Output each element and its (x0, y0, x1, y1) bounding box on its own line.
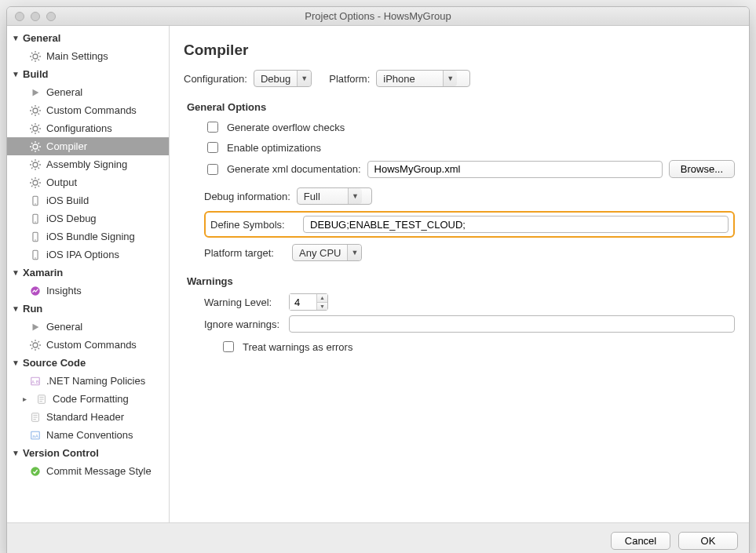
svg-line-72 (31, 347, 33, 349)
svg-marker-64 (33, 323, 39, 330)
svg-line-51 (31, 179, 33, 180)
warnings-as-errors-checkbox[interactable] (223, 341, 234, 352)
sidebar-item-label: Configurations (46, 122, 112, 135)
sidebar-section-xamarin[interactable]: ▼ Xamarin (7, 264, 169, 282)
text-icon: aA (29, 429, 42, 442)
sidebar-item-label: Custom Commands (46, 104, 137, 117)
sidebar-item-ios-ipa-options[interactable]: iOS IPA Options (7, 246, 169, 264)
define-symbols-highlight: Define Symbols: (204, 211, 735, 238)
platform-target-label: Platform target: (204, 247, 286, 259)
sidebar: ▼ General Main Settings ▼ Build General … (7, 26, 170, 522)
svg-line-25 (38, 131, 40, 133)
sidebar-item-name-conventions[interactable]: aA Name Conventions (7, 426, 169, 444)
sidebar-section-source-code[interactable]: ▼ Source Code (7, 354, 169, 372)
enable-optimizations-checkbox[interactable] (207, 142, 218, 153)
warnings-title: Warnings (187, 275, 735, 287)
sidebar-item-assembly-signing[interactable]: Assembly Signing (7, 155, 169, 173)
svg-line-27 (38, 125, 40, 126)
svg-line-33 (31, 143, 33, 144)
sidebar-item-ios-build[interactable]: iOS Build (7, 191, 169, 209)
sidebar-item-build-general[interactable]: General (7, 83, 169, 101)
define-symbols-input[interactable] (303, 216, 729, 233)
sidebar-item-label: Main Settings (46, 49, 108, 63)
platform-target-value: Any CPU (293, 245, 347, 260)
sidebar-section-general[interactable]: ▼ General (7, 29, 169, 47)
gear-icon (29, 140, 42, 153)
sidebar-item-commit-msg-style[interactable]: Commit Message Style (7, 462, 169, 480)
browse-button[interactable]: Browse... (669, 160, 735, 178)
sidebar-item-run-custom-commands[interactable]: Custom Commands (7, 336, 169, 354)
ignore-warnings-input[interactable] (289, 315, 735, 333)
sidebar-item-run-general[interactable]: General (7, 318, 169, 336)
section-label: Run (23, 303, 42, 315)
sidebar-item-output[interactable]: Output (7, 173, 169, 191)
svg-line-26 (31, 131, 33, 133)
sidebar-item-ios-bundle-signing[interactable]: iOS Bundle Signing (7, 227, 169, 246)
configuration-label: Configuration: (184, 73, 247, 85)
sidebar-item-insights[interactable]: Insights (7, 282, 169, 300)
text-icon: A.B (29, 375, 42, 387)
sidebar-section-version-control[interactable]: ▼ Version Control (7, 444, 169, 462)
svg-point-56 (35, 203, 35, 204)
gear-icon (29, 339, 42, 351)
step-up-icon[interactable]: ▲ (317, 294, 327, 303)
cancel-button[interactable]: Cancel (611, 532, 670, 550)
sidebar-item-label: .NET Naming Policies (46, 374, 145, 387)
sidebar-item-label: iOS Bundle Signing (46, 230, 135, 243)
svg-text:aA: aA (32, 432, 38, 438)
chevron-down-icon: ▼ (348, 188, 362, 204)
platform-select[interactable]: iPhone ▼ (376, 70, 470, 87)
ok-button[interactable]: OK (678, 532, 738, 550)
svg-line-44 (31, 167, 33, 169)
warning-level-stepper[interactable]: ▲▼ (289, 293, 328, 311)
debug-info-value: Full (298, 188, 348, 204)
svg-line-24 (31, 125, 33, 126)
svg-marker-9 (33, 89, 39, 96)
svg-point-28 (33, 144, 38, 149)
svg-line-52 (38, 185, 40, 187)
svg-point-65 (33, 343, 38, 347)
sidebar-item-label: Custom Commands (46, 338, 137, 351)
phone-icon (29, 213, 42, 225)
sidebar-item-code-formatting[interactable]: ▸ Code Formatting (7, 390, 169, 408)
sidebar-item-main-settings[interactable]: Main Settings (7, 47, 169, 65)
overflow-checks-checkbox[interactable] (207, 122, 218, 133)
chevron-down-icon: ▼ (347, 245, 361, 260)
sidebar-item-compiler[interactable]: Compiler (7, 137, 169, 155)
gear-icon (29, 50, 42, 63)
xml-doc-checkbox[interactable] (207, 164, 218, 175)
svg-line-15 (31, 107, 33, 108)
step-down-icon[interactable]: ▼ (317, 303, 327, 311)
sidebar-section-build[interactable]: ▼ Build (7, 65, 169, 83)
sidebar-item-custom-commands[interactable]: Custom Commands (7, 101, 169, 119)
ignore-warnings-label: Ignore warnings: (204, 318, 283, 330)
disclosure-triangle-icon: ▸ (23, 392, 31, 406)
insights-icon (29, 285, 42, 297)
sidebar-item-label: Code Formatting (53, 392, 129, 406)
platform-target-select[interactable]: Any CPU ▼ (292, 244, 362, 261)
svg-line-16 (38, 113, 40, 115)
svg-text:A.B: A.B (31, 378, 39, 384)
svg-point-58 (35, 221, 35, 222)
phone-icon (29, 195, 42, 207)
sidebar-item-label: General (46, 85, 82, 99)
page-title: Compiler (184, 42, 735, 59)
sidebar-item-ios-debug[interactable]: iOS Debug (7, 209, 169, 227)
section-label: Version Control (23, 447, 99, 459)
configuration-select[interactable]: Debug ▼ (254, 70, 312, 87)
debug-info-label: Debug information: (204, 191, 290, 202)
svg-line-34 (38, 149, 40, 151)
sidebar-item-standard-header[interactable]: Standard Header (7, 408, 169, 426)
xml-doc-path-input[interactable] (367, 161, 663, 178)
warnings-as-errors-label: Treat warnings as errors (243, 341, 352, 353)
dialog-footer: Cancel OK (7, 522, 749, 553)
chevron-down-icon: ▼ (443, 71, 457, 86)
sidebar-item-configurations[interactable]: Configurations (7, 119, 169, 137)
sidebar-section-run[interactable]: ▼ Run (7, 300, 169, 318)
enable-optimizations-label: Enable optimizations (227, 142, 321, 154)
svg-line-42 (31, 161, 33, 162)
sidebar-item-net-naming-policies[interactable]: A.B .NET Naming Policies (7, 372, 169, 390)
warning-level-input[interactable] (290, 294, 316, 310)
svg-point-10 (33, 108, 38, 113)
debug-info-select[interactable]: Full ▼ (297, 187, 372, 205)
